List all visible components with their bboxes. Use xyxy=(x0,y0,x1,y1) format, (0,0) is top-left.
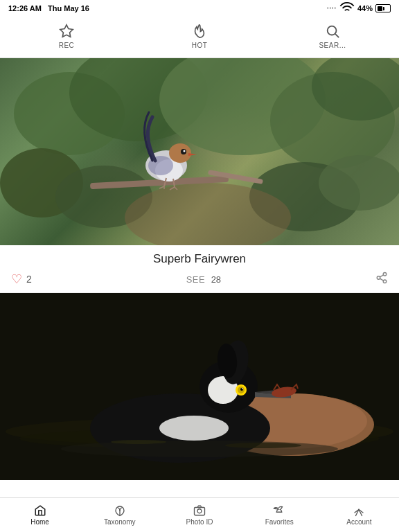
status-time: 12:26 AM xyxy=(8,4,42,12)
favorites-icon xyxy=(273,504,285,517)
tab-home[interactable]: Home xyxy=(0,502,80,529)
tab-account-label: Account xyxy=(346,518,371,526)
see-section-1[interactable]: SEE 28 xyxy=(186,273,221,285)
svg-line-30 xyxy=(380,278,383,281)
signal-icon: ···· xyxy=(327,5,337,12)
star-icon xyxy=(59,24,74,39)
like-section-1[interactable]: ♡ 2 xyxy=(11,272,32,287)
svg-point-38 xyxy=(159,416,229,441)
share-icon-1 xyxy=(375,272,388,284)
bird-name-1: Superb Fairywren xyxy=(11,252,388,266)
see-label-1: SEE xyxy=(186,274,206,285)
svg-line-31 xyxy=(380,275,383,277)
nav-rec[interactable]: REC xyxy=(0,24,133,49)
merganser-scene xyxy=(0,293,399,480)
tab-favorites-label: Favorites xyxy=(265,518,294,526)
nav-search-label: SEAR... xyxy=(319,42,346,49)
bird-image-merganser[interactable] xyxy=(0,293,399,480)
svg-point-53 xyxy=(197,509,202,513)
svg-point-28 xyxy=(377,276,380,280)
share-section-1[interactable] xyxy=(375,272,388,287)
svg-point-11 xyxy=(319,155,399,211)
bottom-tab-bar: Home Taxonomy Photo ID Favorites xyxy=(0,497,399,532)
tab-favorites[interactable]: Favorites xyxy=(240,502,319,529)
svg-point-48 xyxy=(61,441,338,457)
card-info-1: Superb Fairywren ♡ 2 SEE 28 xyxy=(0,245,399,293)
svg-point-50 xyxy=(225,443,301,448)
nav-rec-label: REC xyxy=(59,42,75,49)
fairywren-scene xyxy=(0,58,399,245)
tab-home-label: Home xyxy=(30,518,49,526)
content-scroll: Superb Fairywren ♡ 2 SEE 28 xyxy=(0,58,399,497)
camera-icon xyxy=(193,504,206,517)
svg-line-2 xyxy=(335,34,339,37)
account-icon xyxy=(353,504,365,517)
tab-photoid[interactable]: Photo ID xyxy=(159,502,239,529)
svg-line-23 xyxy=(159,186,164,188)
search-icon xyxy=(325,24,340,39)
taxonomy-icon xyxy=(114,504,126,517)
heart-icon-1: ♡ xyxy=(11,272,22,287)
nav-hot-label: HOT xyxy=(192,42,208,49)
bird-image-fairywren[interactable] xyxy=(0,58,399,245)
tab-taxonomy-label: Taxonomy xyxy=(104,518,136,526)
flame-icon xyxy=(192,24,207,39)
home-icon xyxy=(34,504,46,517)
battery-percent: 44% xyxy=(357,4,373,12)
status-time-date: 12:26 AM Thu May 16 xyxy=(8,4,89,12)
tab-account[interactable]: Account xyxy=(319,502,399,529)
battery-icon xyxy=(375,4,391,12)
svg-point-27 xyxy=(383,273,387,276)
svg-point-20 xyxy=(184,150,186,152)
top-nav: REC HOT SEAR... xyxy=(0,17,399,58)
tab-photoid-label: Photo ID xyxy=(186,518,213,526)
svg-point-29 xyxy=(383,280,387,283)
bird-card-1: Superb Fairywren ♡ 2 SEE 28 xyxy=(0,58,399,293)
bird-card-2 xyxy=(0,293,399,480)
wifi-icon xyxy=(339,1,355,16)
see-count-1: 28 xyxy=(211,274,221,285)
nav-search[interactable]: SEAR... xyxy=(266,24,399,49)
status-date: Thu May 16 xyxy=(48,4,89,12)
svg-point-1 xyxy=(328,26,337,35)
svg-point-18 xyxy=(169,143,191,163)
svg-point-46 xyxy=(242,388,243,389)
like-count-1: 2 xyxy=(26,274,32,285)
status-indicators: ···· 44% xyxy=(327,1,391,16)
card-actions-1: ♡ 2 SEE 28 xyxy=(11,272,388,287)
status-bar: 12:26 AM Thu May 16 ···· 44% xyxy=(0,0,399,17)
svg-point-49 xyxy=(111,440,166,444)
nav-hot[interactable]: HOT xyxy=(133,24,266,49)
svg-marker-0 xyxy=(60,25,73,37)
tab-taxonomy[interactable]: Taxonomy xyxy=(80,502,159,529)
